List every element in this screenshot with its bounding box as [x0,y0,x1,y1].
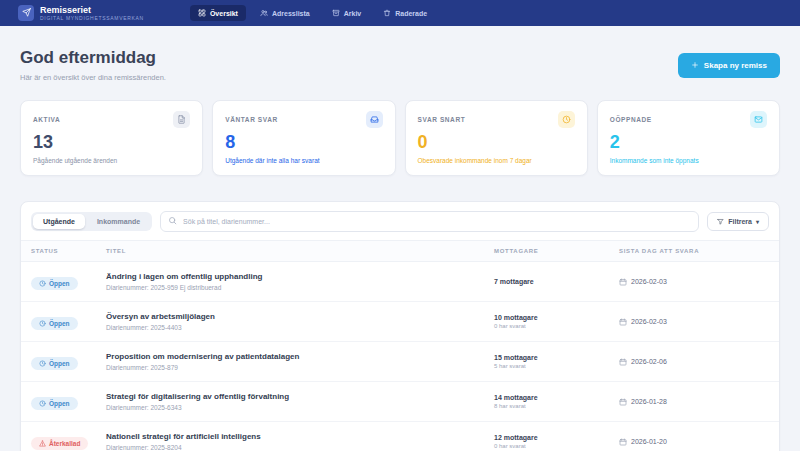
remiss-diarienummer: Diarienummer: 2025-6343 [106,404,494,411]
nav-item[interactable]: Adresslista [252,5,318,21]
create-remiss-label: Skapa ny remiss [704,61,767,70]
nav-item[interactable]: Översikt [190,5,246,21]
remiss-diarienummer: Diarienummer: 2025-959 Ej distribuerad [106,284,494,291]
remiss-title: Nationell strategi för artificiell intel… [106,432,494,441]
status-label: Öppen [49,320,70,327]
column-status: STATUS [31,248,106,254]
people-icon [260,9,268,17]
table-toolbar: Utgående Inkommande Filtrera ▾ [21,202,779,240]
stat-icon-wrap [173,111,190,128]
table-body: Öppen Ändring i lagen om offentlig uppha… [21,262,779,451]
clock-icon [39,320,46,327]
deadline-date: 2026-01-28 [631,398,667,405]
stats-grid: AKTIVA 13 Pågående utgående ärenden [20,100,780,176]
filter-button[interactable]: Filtrera ▾ [707,212,769,231]
remiss-title: Ändring i lagen om offentlig upphandling [106,272,494,281]
table-row[interactable]: Återkallad Nationell strategi för artifi… [21,422,779,451]
column-mottagare: MOTTAGARE [494,248,619,254]
stat-icon-wrap [558,111,575,128]
table-header: STATUS TITEL MOTTAGARE SISTA DAG ATT SVA… [21,240,779,262]
chevron-down-icon: ▾ [756,218,759,225]
plus-icon [691,61,699,69]
direction-segmented-control: Utgående Inkommande [31,212,152,231]
stat-icon-wrap [366,111,383,128]
column-titel: TITEL [106,248,494,254]
clock-icon [562,115,571,124]
stat-description: Pågående utgående ärenden [33,157,190,164]
remiss-title: Översyn av arbetsmiljölagen [106,312,494,321]
archive-icon [332,9,340,17]
create-remiss-button[interactable]: Skapa ny remiss [678,53,780,78]
stat-description: Utgående där inte alla har svarat [225,157,382,164]
table-row[interactable]: Öppen Strategi för digitalisering av off… [21,382,779,422]
brand-logo [18,5,34,21]
calendar-icon [619,358,627,366]
overview-icon [198,9,206,17]
table-row[interactable]: Öppen Ändring i lagen om offentlig uppha… [21,262,779,302]
segment-inkommande[interactable]: Inkommande [87,214,150,229]
nav-item[interactable]: Raderade [375,5,435,21]
search-box [160,210,699,232]
recipients-responded: 0 har svarat [494,323,619,329]
status-badge: Öppen [31,317,78,330]
remiss-table-panel: Utgående Inkommande Filtrera ▾ STATUS TI… [20,201,780,451]
navbar: Remisseriet DIGITAL MYNDIGHETSSAMVERKAN … [0,0,800,26]
status-badge: Återkallad [31,437,88,450]
recipients-responded: 5 har svarat [494,363,619,369]
status-badge: Öppen [31,397,78,410]
filter-label: Filtrera [728,218,752,225]
calendar-icon [619,438,627,446]
trash-icon [383,9,391,17]
stat-card: VÄNTAR SVAR 8 Utgående där inte alla har… [212,100,395,176]
status-label: Återkallad [49,440,80,447]
calendar-icon [619,398,627,406]
search-input[interactable] [160,211,699,232]
stat-value: 13 [33,133,190,151]
recipients-responded: 0 har svarat [494,443,619,449]
remiss-title: Strategi för digitalisering av offentlig… [106,392,494,401]
funnel-icon [717,218,724,225]
nav-item-icon-wrap [198,9,206,17]
deadline-date: 2026-02-03 [631,318,667,325]
stat-label: VÄNTAR SVAR [225,111,278,123]
recipients-count: 10 mottagare [494,314,619,321]
recipients-count: 7 mottagare [494,278,619,285]
nav-item-label: Raderade [395,10,427,17]
clock-icon [39,280,46,287]
stat-label: OÖPPNADE [610,111,652,123]
nav-item-icon-wrap [383,9,391,17]
recipients-count: 14 mottagare [494,394,619,401]
remiss-title: Proposition om modernisering av patientd… [106,352,494,361]
brand-subtitle: DIGITAL MYNDIGHETSSAMVERKAN [40,15,144,21]
deadline-date: 2026-02-06 [631,358,667,365]
calendar-icon [619,318,627,326]
table-row[interactable]: Öppen Proposition om modernisering av pa… [21,342,779,382]
document-icon [177,115,186,124]
clock-icon [39,400,46,407]
warning-icon [39,440,46,447]
main-nav: Översikt Adresslista [190,5,435,21]
stat-label: AKTIVA [33,111,60,123]
brand: Remisseriet DIGITAL MYNDIGHETSSAMVERKAN [18,5,144,22]
page-header: God eftermiddag Här är en översikt över … [20,48,780,82]
search-icon [168,216,177,225]
recipients-count: 12 mottagare [494,434,619,441]
segment-utgaende[interactable]: Utgående [33,214,85,229]
nav-item-label: Översikt [210,10,238,17]
nav-item[interactable]: Arkiv [324,5,370,21]
recipients-count: 15 mottagare [494,354,619,361]
table-row[interactable]: Öppen Översyn av arbetsmiljölagen Diarie… [21,302,779,342]
column-deadline: SISTA DAG ATT SVARA [619,248,769,254]
recipients-responded: 8 har svarat [494,403,619,409]
stat-card: OÖPPNADE 2 Inkommande som inte öppnats [597,100,780,176]
status-label: Öppen [49,280,70,287]
stat-value: 0 [418,133,575,151]
stat-value: 8 [225,133,382,151]
envelope-icon [754,115,763,124]
paper-plane-icon [22,8,31,17]
nav-item-icon-wrap [260,9,268,17]
page-subtitle: Här är en översikt över dina remissärend… [20,73,166,82]
stat-label: SVAR SNART [418,111,466,123]
calendar-icon [619,278,627,286]
nav-item-icon-wrap [332,9,340,17]
